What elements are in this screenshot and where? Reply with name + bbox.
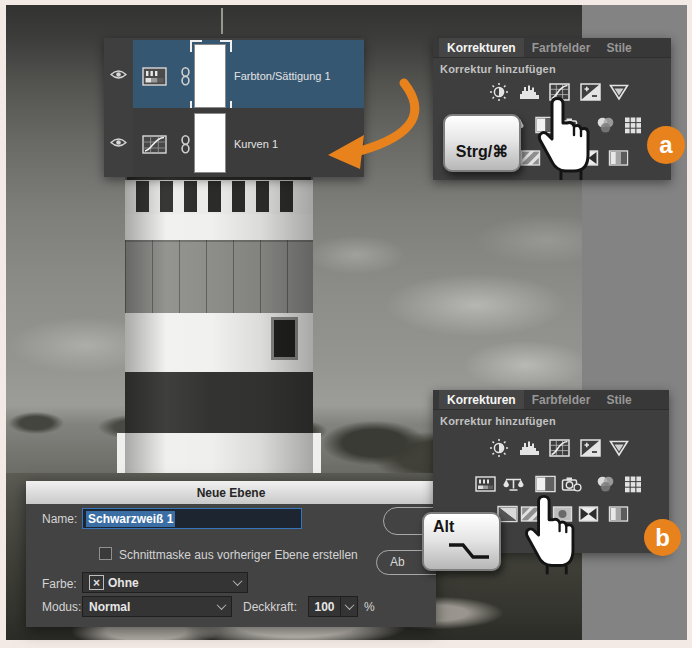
color-lookup-icon[interactable] — [622, 474, 645, 495]
bracket-corner — [190, 40, 202, 52]
mode-value: Normal — [89, 600, 130, 614]
tab-farbfelder[interactable]: Farbfelder — [524, 390, 599, 409]
panel-tab-bar: Korrekturen Farbfelder Stile — [433, 38, 671, 58]
chevron-down-icon — [233, 576, 243, 586]
tab-korrekturen[interactable]: Korrekturen — [439, 38, 524, 57]
layer-mask-thumbnail[interactable] — [194, 113, 226, 173]
opacity-input[interactable]: 100 — [308, 596, 341, 617]
tutorial-figure: Farbton/Sättigung 1 — [0, 0, 692, 648]
cancel-button-label: Ab — [390, 555, 405, 569]
photoshop-canvas-area: Farbton/Sättigung 1 — [6, 5, 687, 640]
chevron-down-icon — [344, 600, 354, 610]
add-adjustment-header: Korrektur hinzufügen — [440, 415, 556, 427]
tower-gray-band — [125, 240, 313, 313]
levels-icon[interactable] — [518, 438, 541, 459]
channel-mixer-icon[interactable] — [594, 474, 617, 495]
dialog-title-bar: Neue Ebene — [26, 481, 436, 504]
chain-icon — [180, 67, 191, 86]
hue-saturation-adjustment-icon[interactable] — [142, 67, 167, 86]
photo-filter-icon[interactable] — [560, 474, 583, 495]
lighthouse-antenna — [221, 8, 223, 34]
panel-tab-bar: Korrekturen Farbfelder Stile — [433, 390, 669, 410]
brightness-contrast-icon[interactable] — [488, 438, 511, 459]
threshold-icon[interactable] — [577, 504, 600, 525]
ctrl-cmd-key-label: Strg/⌘ — [456, 142, 508, 161]
tab-korrekturen[interactable]: Korrekturen — [439, 390, 524, 409]
brightness-contrast-icon[interactable] — [488, 82, 511, 103]
color-value: Ohne — [108, 576, 139, 590]
curves-icon — [142, 135, 167, 154]
tower-white-band-1 — [125, 214, 313, 240]
hue-saturation-icon[interactable] — [474, 474, 497, 495]
channel-mixer-icon[interactable] — [594, 115, 617, 136]
layer-name-input[interactable]: Schwarzweiß 1 — [82, 508, 302, 529]
color-lookup-icon[interactable] — [622, 115, 645, 136]
layer-name[interactable]: Kurven 1 — [234, 138, 278, 150]
tower-gallery-band — [125, 180, 313, 214]
layer-mask-thumbnail[interactable] — [194, 44, 226, 108]
pointing-hand-cursor-a — [536, 95, 594, 183]
clipping-mask-checkbox[interactable] — [99, 547, 112, 560]
step-badge-a: a — [647, 126, 685, 164]
orange-arrow — [304, 63, 444, 173]
alt-key-badge: Alt — [422, 512, 501, 571]
opacity-unit: % — [364, 600, 375, 614]
name-label: Name: — [42, 512, 77, 526]
chevron-down-icon — [217, 600, 227, 610]
black-white-icon[interactable] — [534, 474, 557, 495]
tab-stile[interactable]: Stile — [598, 390, 639, 409]
hue-saturation-icon — [142, 67, 167, 86]
exposure-icon[interactable] — [579, 438, 602, 459]
ctrl-cmd-key-badge: Strg/⌘ — [443, 114, 521, 172]
new-layer-dialog: Neue Ebene Name: Schwarzweiß 1 Ab Schnit… — [26, 481, 436, 627]
alt-key-icon — [446, 540, 492, 562]
gradient-map-icon[interactable] — [607, 148, 630, 169]
opacity-value: 100 — [314, 600, 334, 614]
visibility-eye-icon[interactable] — [110, 137, 127, 148]
tab-farbfelder[interactable]: Farbfelder — [524, 38, 599, 57]
mask-link-icon[interactable] — [180, 67, 191, 86]
curves-icon[interactable] — [548, 438, 571, 459]
blend-mode-dropdown[interactable]: Normal — [82, 596, 232, 617]
curves-adjustment-icon[interactable] — [142, 135, 167, 154]
clipping-mask-label: Schnittmaske aus vorheriger Ebene erstel… — [119, 548, 358, 562]
tower-white-band-2 — [125, 313, 313, 372]
vibrance-icon[interactable] — [608, 82, 631, 103]
step-badge-b: b — [644, 519, 681, 556]
tab-stile[interactable]: Stile — [598, 38, 639, 57]
color-balance-icon[interactable] — [502, 474, 525, 495]
chain-icon — [180, 135, 191, 154]
pointing-hand-cursor-b — [522, 493, 580, 577]
opacity-dropdown[interactable] — [340, 596, 358, 617]
mask-link-icon[interactable] — [180, 135, 191, 154]
bracket-corner — [220, 40, 232, 52]
tower-gallery-slats — [136, 181, 302, 212]
alt-key-label: Alt — [433, 518, 454, 536]
vibrance-icon[interactable] — [608, 438, 631, 459]
opacity-label: Deckkraft: — [243, 600, 297, 614]
color-dropdown[interactable]: × Ohne — [82, 572, 248, 593]
gradient-map-icon[interactable] — [607, 504, 630, 525]
add-adjustment-header: Korrektur hinzufügen — [440, 63, 556, 75]
no-color-icon: × — [89, 575, 104, 590]
lighthouse-tower — [125, 170, 313, 495]
eye-icon — [110, 69, 127, 80]
mode-label: Modus: — [42, 600, 81, 614]
visibility-eye-icon[interactable] — [110, 69, 127, 80]
eye-icon — [110, 137, 127, 148]
color-label: Farbe: — [42, 577, 77, 591]
tower-dark-band — [125, 372, 313, 433]
tower-window — [271, 317, 298, 360]
layer-name-value: Schwarzweiß 1 — [86, 511, 175, 527]
